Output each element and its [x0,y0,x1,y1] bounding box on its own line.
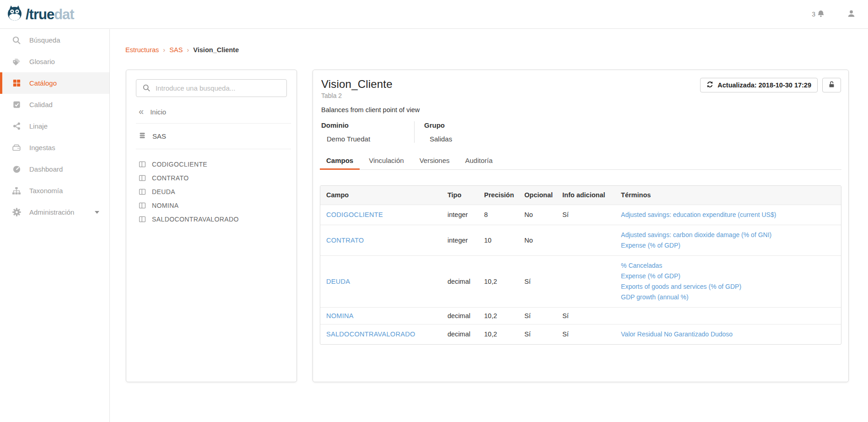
database-icon [139,132,146,141]
drive-icon [11,143,22,152]
group-label: Grupo [424,121,452,129]
sidebar-item-label: Linaje [29,122,48,130]
breadcrumb-link-sas[interactable]: SAS [169,46,183,54]
chevron-down-icon [95,211,99,214]
tree-item-label: CODIGOCLIENTE [152,161,207,168]
tab-versiones[interactable]: Versiones [413,153,456,170]
term-link[interactable]: Expense (% of GDP) [621,271,837,281]
term-link[interactable]: GDP growth (annual %) [621,292,837,303]
field-optional: Sí [518,255,556,307]
column-header-info-adicional: Info adicional [556,186,615,205]
tree-item-deuda[interactable]: DEUDA [139,185,297,199]
table-row: CODIGOCLIENTE integer 8 No Sí Adjusted s… [320,205,841,225]
tab-auditoria[interactable]: Auditoría [459,153,499,170]
field-additional-info: Sí [556,205,615,225]
field-link-contrato[interactable]: CONTRATO [326,237,364,244]
field-optional: Sí [518,324,556,344]
table-icon [139,202,146,209]
sidebar-item-ingestas[interactable]: Ingestas [0,137,109,158]
sidebar-item-linaje[interactable]: Linaje [0,115,109,137]
field-link-saldocontravalorado[interactable]: SALDOCONTRAVALORADO [326,330,415,338]
sidebar-item-taxonomia[interactable]: Taxonomía [0,180,109,201]
gauge-icon [11,165,22,174]
double-chevron-left-icon: « [139,107,144,116]
column-header-campo: Campo [320,186,442,205]
gear-icon [11,208,22,217]
field-optional: No [518,205,556,225]
field-additional-info [556,255,615,307]
app-logo[interactable]: /truedat [5,4,74,24]
tab-campos[interactable]: Campos [320,153,360,170]
field-link-codigocliente[interactable]: CODIGOCLIENTE [326,211,383,218]
refresh-button[interactable]: Actualizada: 2018-10-30 17:29 [700,78,818,92]
term-link[interactable]: % Canceladas [621,260,837,271]
breadcrumb: Estructuras › SAS › Vision_Cliente [125,46,239,54]
term-link[interactable]: Adjusted savings: carbon dioxide damage … [621,230,837,240]
search-icon [142,84,151,94]
sidebar-item-catalogo[interactable]: Catálogo [0,72,109,94]
detail-tabs: Campos Vinculación Versiones Auditoría [320,153,841,170]
tree-item-contrato[interactable]: CONTRATO [139,171,297,185]
sidebar-item-calidad[interactable]: Calidad [0,94,109,115]
user-menu-button[interactable] [847,9,856,20]
column-header-terminos: Términos [615,186,841,205]
field-optional: Sí [518,307,556,324]
sidebar-item-dashboard[interactable]: Dashboard [0,158,109,180]
field-precision: 10,2 [478,324,518,344]
tree-item-saldocontravalorado[interactable]: SALDOCONTRAVALORADO [139,212,297,226]
user-icon [847,11,856,19]
term-link[interactable]: Expense (% of GDP) [621,240,837,251]
tags-icon [11,57,22,66]
term-link[interactable]: Exports of goods and services (% of GDP) [621,281,837,292]
field-additional-info: Sí [556,307,615,324]
field-terms: % Canceladas Expense (% of GDP) Exports … [615,255,841,307]
confidentiality-button[interactable] [822,78,841,92]
sidebar-item-busqueda[interactable]: Búsqueda [0,29,109,51]
divider [136,123,291,124]
explorer-system-sas[interactable]: SAS [126,126,297,146]
breadcrumb-separator: › [163,46,165,54]
field-link-deuda[interactable]: DEUDA [326,278,350,285]
breadcrumb-link-estructuras[interactable]: Estructuras [125,46,159,54]
field-type: decimal [442,307,478,324]
tree-item-codigocliente[interactable]: CODIGOCLIENTE [139,157,297,171]
sidebar: Búsqueda Glosario Catálogo [0,29,110,422]
structure-type: Tabla 2 [321,92,840,99]
field-precision: 10,2 [478,307,518,324]
field-terms [615,307,841,324]
table-row: NOMINA decimal 10,2 Sí Sí [320,307,841,324]
term-link[interactable]: Adjusted savings: education expenditure … [621,210,837,220]
sidebar-item-label: Glosario [29,58,55,65]
structure-detail-panel: Vision_Cliente Tabla 2 Actualizada: 2018… [313,70,849,382]
breadcrumb-current: Vision_Cliente [193,46,239,54]
owl-logo-icon [5,4,24,24]
term-link[interactable]: Valor Residual No Garantizado Dudoso [621,329,837,340]
sidebar-item-glosario[interactable]: Glosario [0,51,109,72]
explorer-home-button[interactable]: « Inicio [126,103,297,120]
main-content: Estructuras › SAS › Vision_Cliente « Ini… [110,29,868,422]
detail-actions: Actualizada: 2018-10-30 17:29 [700,78,841,92]
share-icon [11,122,22,131]
notifications-button[interactable]: 3 [812,10,825,19]
search-input[interactable] [136,79,287,97]
table-row: SALDOCONTRAVALORADO decimal 10,2 Sí Sí V… [320,324,841,344]
notification-count: 3 [812,11,815,18]
field-type: decimal [442,324,478,344]
fields-table-container: Campo Tipo Precisión Opcional Info adici… [320,185,841,345]
field-terms: Adjusted savings: education expenditure … [615,205,841,225]
tree-item-nomina[interactable]: NOMINA [139,199,297,212]
app-title: /truedat [26,7,74,22]
group-value: Salidas [424,135,452,143]
structure-tree: CODIGOCLIENTE CONTRATO DEUDA [126,152,297,226]
meta-group: Grupo Salidas [414,121,452,143]
tab-vinculacion[interactable]: Vinculación [362,153,410,170]
sidebar-item-administracion[interactable]: Administración [0,201,109,223]
structure-description: Balances from client point of view [313,106,848,114]
field-terms: Valor Residual No Garantizado Dudoso [615,324,841,344]
field-additional-info [556,225,615,255]
field-link-nomina[interactable]: NOMINA [326,312,354,319]
fields-table: Campo Tipo Precisión Opcional Info adici… [320,186,841,344]
table-icon [139,188,146,195]
sidebar-item-label: Administración [29,208,74,216]
meta-domain: Dominio Demo Truedat [321,121,414,143]
